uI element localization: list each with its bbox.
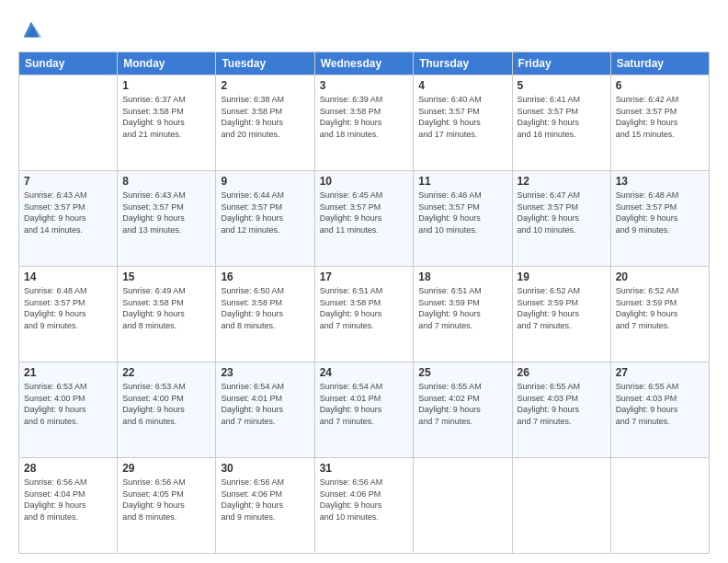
day-number: 29 [122,462,210,475]
day-info: Sunrise: 6:52 AM Sunset: 3:59 PM Dayligh… [518,285,606,331]
calendar-cell: 22Sunrise: 6:53 AM Sunset: 4:00 PM Dayli… [118,362,216,458]
day-number: 25 [418,366,506,379]
calendar-cell: 18Sunrise: 6:51 AM Sunset: 3:59 PM Dayli… [414,267,512,362]
day-number: 8 [122,175,210,188]
day-info: Sunrise: 6:43 AM Sunset: 3:57 PM Dayligh… [122,190,210,236]
calendar-cell [414,458,512,554]
day-info: Sunrise: 6:41 AM Sunset: 3:57 PM Dayligh… [518,94,606,140]
logo-icon [18,17,44,42]
day-number: 17 [320,270,409,283]
calendar-cell: 25Sunrise: 6:55 AM Sunset: 4:02 PM Dayli… [414,362,512,458]
day-info: Sunrise: 6:46 AM Sunset: 3:57 PM Dayligh… [418,190,506,236]
weekday-header-sunday: Sunday [19,52,118,75]
calendar-week-row: 21Sunrise: 6:53 AM Sunset: 4:00 PM Dayli… [19,362,710,458]
calendar-cell: 28Sunrise: 6:56 AM Sunset: 4:04 PM Dayli… [19,458,118,554]
day-info: Sunrise: 6:55 AM Sunset: 4:03 PM Dayligh… [518,381,606,427]
calendar-cell: 20Sunrise: 6:52 AM Sunset: 3:59 PM Dayli… [610,267,709,362]
day-number: 20 [616,270,704,283]
weekday-header-row: SundayMondayTuesdayWednesdayThursdayFrid… [19,52,710,75]
day-info: Sunrise: 6:55 AM Sunset: 4:03 PM Dayligh… [616,381,704,427]
day-number: 18 [418,270,506,283]
calendar-cell: 31Sunrise: 6:56 AM Sunset: 4:06 PM Dayli… [314,458,414,554]
calendar-cell: 3Sunrise: 6:39 AM Sunset: 3:58 PM Daylig… [314,75,414,171]
day-info: Sunrise: 6:56 AM Sunset: 4:05 PM Dayligh… [122,477,210,523]
day-info: Sunrise: 6:50 AM Sunset: 3:58 PM Dayligh… [221,285,309,331]
day-info: Sunrise: 6:40 AM Sunset: 3:57 PM Dayligh… [418,94,506,140]
calendar-cell: 14Sunrise: 6:48 AM Sunset: 3:57 PM Dayli… [19,267,118,362]
day-number: 16 [221,270,309,283]
day-info: Sunrise: 6:43 AM Sunset: 3:57 PM Dayligh… [24,190,112,236]
weekday-header-saturday: Saturday [610,52,709,75]
calendar-week-row: 1Sunrise: 6:37 AM Sunset: 3:58 PM Daylig… [19,75,710,171]
calendar-cell: 30Sunrise: 6:56 AM Sunset: 4:06 PM Dayli… [216,458,314,554]
calendar-cell: 26Sunrise: 6:55 AM Sunset: 4:03 PM Dayli… [512,362,610,458]
page: SundayMondayTuesdayWednesdayThursdayFrid… [0,0,728,563]
day-info: Sunrise: 6:44 AM Sunset: 3:57 PM Dayligh… [221,190,309,236]
calendar-cell [610,458,709,554]
calendar-cell: 8Sunrise: 6:43 AM Sunset: 3:57 PM Daylig… [118,171,216,267]
calendar-cell: 27Sunrise: 6:55 AM Sunset: 4:03 PM Dayli… [610,362,709,458]
day-info: Sunrise: 6:48 AM Sunset: 3:57 PM Dayligh… [616,190,704,236]
day-number: 10 [320,175,409,188]
day-info: Sunrise: 6:51 AM Sunset: 3:59 PM Dayligh… [418,285,506,331]
calendar-cell: 11Sunrise: 6:46 AM Sunset: 3:57 PM Dayli… [414,171,512,267]
calendar-cell: 6Sunrise: 6:42 AM Sunset: 3:57 PM Daylig… [610,75,709,171]
calendar-week-row: 14Sunrise: 6:48 AM Sunset: 3:57 PM Dayli… [19,267,710,362]
day-number: 5 [518,79,606,92]
day-number: 27 [616,366,704,379]
calendar-cell: 12Sunrise: 6:47 AM Sunset: 3:57 PM Dayli… [512,171,610,267]
day-number: 22 [122,366,210,379]
calendar-cell: 19Sunrise: 6:52 AM Sunset: 3:59 PM Dayli… [512,267,610,362]
day-info: Sunrise: 6:47 AM Sunset: 3:57 PM Dayligh… [518,190,606,236]
day-info: Sunrise: 6:55 AM Sunset: 4:02 PM Dayligh… [418,381,506,427]
day-number: 14 [24,270,112,283]
day-info: Sunrise: 6:56 AM Sunset: 4:06 PM Dayligh… [221,477,309,523]
calendar-cell [512,458,610,554]
calendar-cell: 21Sunrise: 6:53 AM Sunset: 4:00 PM Dayli… [19,362,118,458]
day-number: 6 [616,79,704,92]
calendar-cell: 13Sunrise: 6:48 AM Sunset: 3:57 PM Dayli… [610,171,709,267]
day-number: 31 [320,462,409,475]
day-number: 3 [320,79,409,92]
calendar-cell: 1Sunrise: 6:37 AM Sunset: 3:58 PM Daylig… [118,75,216,171]
logo [18,17,46,42]
day-info: Sunrise: 6:54 AM Sunset: 4:01 PM Dayligh… [221,381,309,427]
day-number: 7 [24,175,112,188]
day-info: Sunrise: 6:53 AM Sunset: 4:00 PM Dayligh… [122,381,210,427]
calendar-cell: 5Sunrise: 6:41 AM Sunset: 3:57 PM Daylig… [512,75,610,171]
day-number: 21 [24,366,112,379]
header [18,17,710,42]
day-number: 9 [221,175,309,188]
day-info: Sunrise: 6:51 AM Sunset: 3:58 PM Dayligh… [320,285,409,331]
calendar-cell: 7Sunrise: 6:43 AM Sunset: 3:57 PM Daylig… [19,171,118,267]
day-info: Sunrise: 6:38 AM Sunset: 3:58 PM Dayligh… [221,94,309,140]
calendar-week-row: 7Sunrise: 6:43 AM Sunset: 3:57 PM Daylig… [19,171,710,267]
weekday-header-monday: Monday [118,52,216,75]
calendar-cell: 4Sunrise: 6:40 AM Sunset: 3:57 PM Daylig… [414,75,512,171]
day-info: Sunrise: 6:56 AM Sunset: 4:04 PM Dayligh… [24,477,112,523]
day-info: Sunrise: 6:52 AM Sunset: 3:59 PM Dayligh… [616,285,704,331]
day-number: 26 [518,366,606,379]
calendar-cell: 17Sunrise: 6:51 AM Sunset: 3:58 PM Dayli… [314,267,414,362]
day-number: 1 [122,79,210,92]
day-info: Sunrise: 6:49 AM Sunset: 3:58 PM Dayligh… [122,285,210,331]
calendar-cell: 29Sunrise: 6:56 AM Sunset: 4:05 PM Dayli… [118,458,216,554]
calendar-table: SundayMondayTuesdayWednesdayThursdayFrid… [18,52,710,554]
day-info: Sunrise: 6:45 AM Sunset: 3:57 PM Dayligh… [320,190,409,236]
weekday-header-thursday: Thursday [414,52,512,75]
calendar-cell: 24Sunrise: 6:54 AM Sunset: 4:01 PM Dayli… [314,362,414,458]
day-info: Sunrise: 6:54 AM Sunset: 4:01 PM Dayligh… [320,381,409,427]
day-number: 13 [616,175,704,188]
day-number: 23 [221,366,309,379]
day-info: Sunrise: 6:53 AM Sunset: 4:00 PM Dayligh… [24,381,112,427]
day-info: Sunrise: 6:39 AM Sunset: 3:58 PM Dayligh… [320,94,409,140]
day-number: 11 [418,175,506,188]
day-info: Sunrise: 6:56 AM Sunset: 4:06 PM Dayligh… [320,477,409,523]
calendar-week-row: 28Sunrise: 6:56 AM Sunset: 4:04 PM Dayli… [19,458,710,554]
calendar-cell: 16Sunrise: 6:50 AM Sunset: 3:58 PM Dayli… [216,267,314,362]
calendar-cell: 2Sunrise: 6:38 AM Sunset: 3:58 PM Daylig… [216,75,314,171]
day-number: 24 [320,366,409,379]
weekday-header-friday: Friday [512,52,610,75]
day-number: 2 [221,79,309,92]
calendar-cell: 15Sunrise: 6:49 AM Sunset: 3:58 PM Dayli… [118,267,216,362]
